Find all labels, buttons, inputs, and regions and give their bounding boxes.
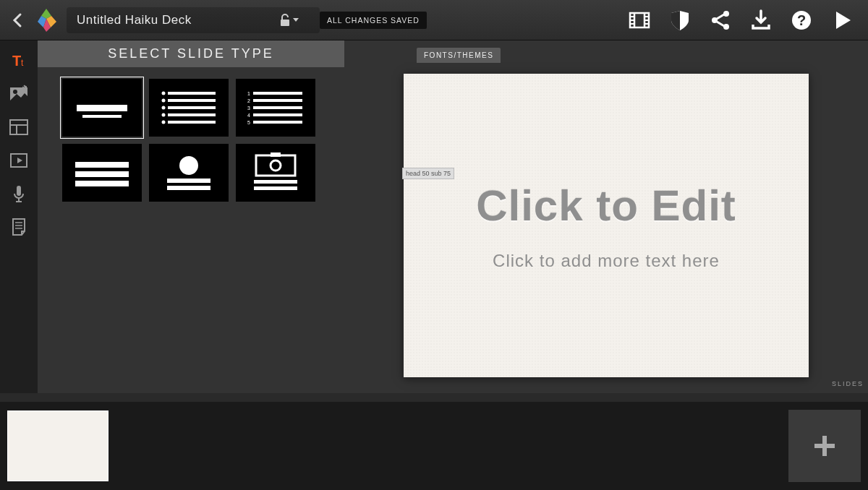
download-icon[interactable] — [749, 9, 773, 32]
svg-text:3: 3 — [247, 106, 250, 111]
shield-icon[interactable] — [668, 9, 692, 32]
panel-title: SELECT SLIDE TYPE — [38, 40, 344, 67]
help-icon[interactable]: ? — [790, 9, 813, 32]
video-tool-icon[interactable] — [9, 150, 29, 171]
slide-type-photo[interactable] — [236, 144, 315, 202]
svg-rect-61 — [167, 179, 210, 183]
layout-tool-icon[interactable] — [9, 117, 29, 137]
main-area: Tt SELECT SLIDE TYPE 12345 — [0, 40, 868, 393]
add-slide-button[interactable] — [788, 410, 861, 482]
share-icon[interactable] — [709, 9, 732, 32]
slide-type-title[interactable] — [62, 79, 142, 137]
slide-thumbnail[interactable] — [7, 411, 109, 481]
dimension-tag: head 50 sub 75 — [402, 168, 454, 179]
svg-rect-66 — [254, 180, 297, 184]
audio-tool-icon[interactable] — [9, 184, 29, 204]
slide-type-numbered[interactable]: 12345 — [236, 79, 315, 137]
svg-text:T: T — [12, 53, 21, 69]
chevron-down-icon — [292, 17, 299, 23]
svg-point-15 — [723, 11, 729, 17]
svg-rect-40 — [168, 99, 216, 102]
svg-rect-48 — [253, 92, 302, 95]
svg-rect-52 — [253, 106, 302, 109]
canvas-area: FONTS/THEMES head 50 sub 75 Click to Edi… — [344, 40, 868, 393]
slide-type-grid: 12345 — [38, 67, 344, 213]
svg-rect-50 — [253, 99, 302, 102]
fonts-themes-tab[interactable]: FONTS/THEMES — [417, 48, 501, 63]
plus-icon — [812, 433, 838, 459]
slide-headline[interactable]: Click to Edit — [476, 181, 736, 231]
svg-point-16 — [723, 24, 729, 30]
tool-rail: Tt — [0, 40, 38, 393]
svg-rect-67 — [254, 186, 297, 190]
save-status-badge: ALL CHANGES SAVED — [320, 12, 427, 29]
svg-rect-42 — [168, 106, 216, 109]
svg-point-60 — [179, 156, 198, 175]
deck-title-field[interactable]: Untitled Haiku Deck — [67, 7, 320, 33]
play-icon[interactable] — [830, 9, 854, 32]
svg-rect-58 — [75, 171, 129, 177]
background-tool-icon[interactable] — [9, 84, 29, 104]
slides-label: SLIDES — [832, 380, 864, 387]
svg-point-24 — [13, 90, 17, 94]
svg-text:t: t — [21, 58, 24, 68]
slide-type-paragraph[interactable] — [62, 144, 142, 202]
svg-rect-36 — [82, 115, 122, 118]
svg-rect-44 — [168, 113, 216, 116]
deck-title-text: Untitled Haiku Deck — [77, 13, 192, 27]
svg-point-65 — [271, 160, 281, 171]
svg-text:?: ? — [797, 12, 806, 28]
svg-rect-54 — [253, 113, 302, 116]
svg-point-43 — [162, 113, 166, 117]
svg-line-18 — [717, 22, 724, 26]
svg-rect-57 — [75, 162, 129, 168]
svg-rect-69 — [814, 444, 835, 448]
svg-rect-35 — [77, 105, 127, 111]
slide-type-image-text[interactable] — [149, 144, 229, 202]
film-icon[interactable] — [628, 9, 651, 32]
svg-rect-29 — [17, 186, 21, 196]
logo — [32, 6, 61, 35]
text-tool-icon[interactable]: Tt — [9, 51, 29, 71]
svg-point-39 — [162, 99, 166, 103]
svg-rect-38 — [168, 92, 216, 95]
svg-point-41 — [162, 106, 166, 110]
svg-rect-4 — [281, 20, 289, 26]
svg-point-37 — [162, 92, 166, 95]
top-actions: ? — [628, 9, 854, 32]
svg-rect-46 — [168, 121, 216, 124]
slides-tray — [0, 402, 868, 490]
svg-line-17 — [717, 14, 724, 19]
svg-rect-62 — [167, 186, 210, 190]
unlock-icon — [279, 14, 291, 27]
svg-point-45 — [162, 121, 166, 124]
slide-type-panel: SELECT SLIDE TYPE 12345 — [38, 40, 344, 393]
svg-rect-64 — [271, 152, 281, 157]
notes-tool-icon[interactable] — [9, 217, 29, 237]
svg-rect-25 — [10, 120, 27, 134]
svg-rect-59 — [75, 181, 129, 186]
top-bar: Untitled Haiku Deck ALL CHANGES SAVED ? — [0, 0, 868, 40]
slide-subheadline[interactable]: Click to add more text here — [493, 251, 720, 271]
svg-text:2: 2 — [247, 98, 250, 103]
svg-text:5: 5 — [247, 120, 250, 125]
svg-rect-63 — [256, 155, 295, 176]
slide-canvas[interactable]: head 50 sub 75 Click to Edit Click to ad… — [404, 74, 809, 377]
svg-rect-56 — [253, 121, 302, 124]
svg-text:4: 4 — [247, 113, 250, 118]
svg-text:1: 1 — [247, 91, 250, 96]
back-button[interactable] — [9, 12, 26, 29]
slide-type-bullets[interactable] — [149, 79, 229, 137]
privacy-toggle[interactable] — [275, 9, 304, 31]
